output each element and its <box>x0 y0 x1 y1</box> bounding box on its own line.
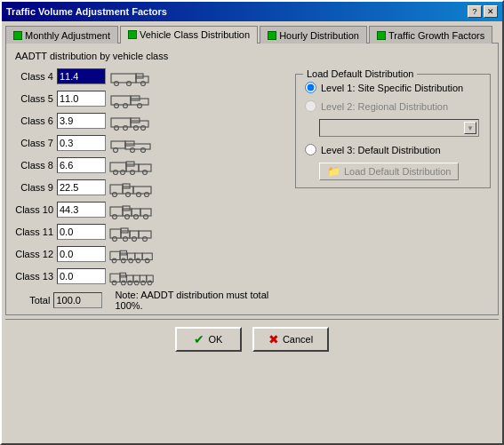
cancel-button[interactable]: ✖ Cancel <box>252 327 329 352</box>
radio-level1-label: Level 1: Site Specific Distribution <box>321 83 463 93</box>
class-row-12: Class 12 <box>13 244 284 264</box>
class-input-8[interactable] <box>57 157 106 173</box>
radio-level1-input[interactable] <box>305 82 316 93</box>
svg-point-4 <box>127 82 132 86</box>
truck-icon-5 <box>109 89 156 108</box>
dropdown-arrow-icon: ▼ <box>464 122 476 134</box>
svg-point-69 <box>145 258 149 263</box>
tab-vehicle-class[interactable]: Vehicle Class Distribution <box>120 26 258 44</box>
tab-monthly-adjustment[interactable]: Monthly Adjustment <box>5 26 118 44</box>
svg-point-5 <box>141 82 146 86</box>
class-label-10: Class 10 <box>13 204 53 215</box>
svg-point-57 <box>132 237 137 242</box>
cancel-icon: ✖ <box>268 332 279 346</box>
radio-level2-label: Level 2: Regional Distribution <box>321 101 448 112</box>
truck-icon-8 <box>109 155 156 175</box>
svg-point-37 <box>113 193 117 197</box>
class-input-6[interactable] <box>57 113 106 129</box>
dropdown-row: ▼ <box>319 119 481 137</box>
svg-point-47 <box>125 215 130 219</box>
load-btn-label: Load Default Distribution <box>344 166 451 177</box>
svg-point-29 <box>114 171 118 175</box>
vehicle-indicator <box>128 30 137 39</box>
monthly-indicator <box>13 31 22 40</box>
svg-point-81 <box>141 281 146 285</box>
truck-icon-13 <box>109 266 156 286</box>
svg-point-10 <box>124 104 128 108</box>
class-input-12[interactable] <box>57 246 106 262</box>
help-button[interactable]: ? <box>468 5 482 18</box>
svg-rect-19 <box>111 141 125 148</box>
svg-point-56 <box>124 237 128 242</box>
svg-point-18 <box>141 126 146 131</box>
close-button[interactable]: ✕ <box>484 5 498 18</box>
growth-indicator <box>377 31 386 40</box>
class-input-7[interactable] <box>57 135 106 151</box>
svg-point-49 <box>144 215 148 219</box>
class-input-9[interactable] <box>57 179 106 195</box>
class-row-8: Class 8 <box>13 155 284 175</box>
svg-point-65 <box>112 258 116 263</box>
svg-point-80 <box>134 281 139 285</box>
svg-point-30 <box>121 171 125 175</box>
radio-level3-label: Level 3: Default Distribution <box>321 145 441 155</box>
radio-level3: Level 3: Default Distribution <box>305 144 481 155</box>
class-row-7: Class 7 <box>13 133 284 153</box>
class-input-5[interactable] <box>57 91 106 107</box>
svg-point-11 <box>138 104 142 108</box>
main-window: Traffic Volume Adjustment Factors ? ✕ Mo… <box>0 0 504 445</box>
svg-point-3 <box>115 82 119 86</box>
svg-point-82 <box>148 281 152 285</box>
svg-point-16 <box>124 126 128 131</box>
class-label-6: Class 6 <box>13 115 53 126</box>
class-input-10[interactable] <box>57 202 106 218</box>
ok-label: OK <box>208 334 222 345</box>
svg-point-40 <box>145 193 149 197</box>
svg-point-32 <box>143 171 148 175</box>
class-row-5: Class 5 <box>13 89 284 108</box>
hourly-indicator <box>268 31 276 40</box>
total-input[interactable] <box>53 292 102 308</box>
title-bar: Traffic Volume Adjustment Factors ? ✕ <box>2 2 502 21</box>
svg-point-55 <box>113 237 117 242</box>
left-section: Class 4 11.4 Class 5 <box>13 67 284 311</box>
ok-button[interactable]: ✔ OK <box>175 327 242 352</box>
svg-point-38 <box>126 193 131 197</box>
radio-level1: Level 1: Site Specific Distribution <box>305 82 481 93</box>
total-label: Total <box>13 295 50 306</box>
radio-level2: Level 2: Regional Distribution <box>305 100 481 112</box>
svg-point-48 <box>134 215 139 219</box>
radio-level3-input[interactable] <box>305 144 316 155</box>
right-section: Load Default Distribution Level 1: Site … <box>295 67 491 311</box>
window-title: Traffic Volume Adjustment Factors <box>6 6 167 17</box>
tab-growth[interactable]: Traffic Growth Factors <box>369 26 492 44</box>
svg-point-17 <box>134 126 139 131</box>
svg-point-68 <box>136 258 140 263</box>
truck-icon-4 <box>109 67 156 86</box>
tab-hourly[interactable]: Hourly Distribution <box>260 26 367 44</box>
ok-icon: ✔ <box>194 332 204 346</box>
load-default-btn[interactable]: 📁 Load Default Distribution <box>319 163 459 180</box>
svg-point-77 <box>112 281 116 285</box>
truck-icon-11 <box>109 222 156 242</box>
svg-point-23 <box>131 148 135 153</box>
svg-point-79 <box>128 281 132 285</box>
class-label-13: Class 13 <box>13 271 53 282</box>
class-label-4: Class 4 <box>13 71 53 82</box>
region-dropdown[interactable]: ▼ <box>319 119 479 137</box>
tabs-bar: Monthly Adjustment Vehicle Class Distrib… <box>2 21 502 43</box>
folder-icon: 📁 <box>327 165 340 178</box>
class-label-12: Class 12 <box>13 249 53 259</box>
svg-point-46 <box>113 215 117 219</box>
class-input-4[interactable]: 11.4 <box>57 68 106 84</box>
svg-rect-33 <box>110 185 123 194</box>
class-input-13[interactable] <box>57 268 106 284</box>
total-row: Total Note: AADDT distribution must tota… <box>13 290 284 311</box>
class-label-9: Class 9 <box>13 182 53 193</box>
class-row-6: Class 6 <box>13 111 284 131</box>
class-input-11[interactable] <box>57 224 106 240</box>
svg-rect-20 <box>125 144 150 149</box>
tab-content: AADTT distribution by vehicle class Clas… <box>5 43 499 315</box>
radio-level2-input[interactable] <box>305 100 316 112</box>
class-label-11: Class 11 <box>13 226 53 237</box>
